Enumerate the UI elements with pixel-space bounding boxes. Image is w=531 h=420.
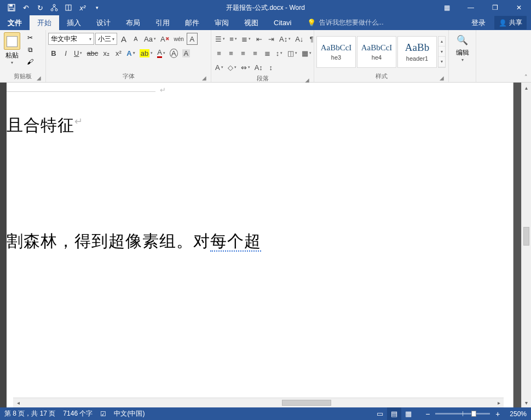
decrease-indent-button[interactable]: ⇤ (253, 33, 264, 45)
align-justify-button[interactable]: ≡ (250, 47, 261, 59)
font-name-combo[interactable]: 华文中宋▾ (48, 33, 94, 45)
align-distributed-button[interactable]: ≣ (262, 47, 273, 59)
grow-font-button[interactable]: A (118, 33, 129, 45)
redo-button[interactable]: ↻ (33, 0, 47, 15)
minimize-button[interactable]: — (459, 0, 483, 15)
phonetic-guide-button[interactable]: wén (172, 33, 186, 45)
text-direction-button[interactable]: A↕▾ (278, 33, 292, 45)
numbering-button[interactable]: ≡▾ (228, 33, 239, 45)
phonetic-button[interactable]: ↕ (266, 61, 276, 73)
vscroll-up-icon[interactable]: ▴ (522, 83, 531, 92)
hscroll-thumb[interactable] (282, 400, 331, 406)
styles-gallery-scroll[interactable]: ▴ ▾ ▾ (438, 36, 446, 68)
styles-scroll-down-icon[interactable]: ▾ (438, 46, 445, 57)
style-header1[interactable]: AaBb header1 (397, 36, 437, 68)
multilevel-list-button[interactable]: ≣▾ (240, 33, 252, 45)
format-painter-button[interactable]: 🖌 (25, 57, 35, 66)
save-button[interactable] (4, 0, 19, 15)
change-case-button[interactable]: Aa▾ (142, 33, 158, 45)
zoom-track[interactable] (435, 413, 490, 415)
tab-layout[interactable]: 布局 (118, 15, 148, 30)
document-page[interactable]: ↵ 且合特征↵ 割森林，得到超像素组。对每个超 ◂ ▸ (7, 83, 513, 407)
borders-button[interactable]: ▦▾ (300, 47, 313, 59)
sort-button[interactable]: A↓ (293, 33, 305, 45)
character-shading-button[interactable]: A (181, 47, 192, 59)
shrink-font-button[interactable]: A (130, 33, 141, 45)
align-center-button[interactable]: ≡ (226, 47, 236, 59)
hscroll-right-icon[interactable]: ▸ (494, 398, 504, 407)
subscript-button[interactable]: x₂ (101, 47, 112, 59)
shading-button[interactable]: ◫▾ (286, 47, 299, 59)
hscroll-track[interactable] (23, 398, 494, 407)
superscript-button[interactable]: x² (113, 47, 124, 59)
zoom-level[interactable]: 250% (510, 410, 527, 418)
close-button[interactable]: ✕ (507, 0, 531, 15)
restore-button[interactable]: ❐ (483, 0, 507, 15)
bold-button[interactable]: B (48, 47, 59, 59)
tab-citavi[interactable]: Citavi (266, 15, 299, 30)
font-size-combo[interactable]: 小三▾ (95, 33, 117, 45)
qat-hierarchy-button[interactable] (47, 0, 61, 15)
vscroll-down-icon[interactable]: ▾ (522, 398, 531, 407)
vscroll-track[interactable] (522, 92, 531, 398)
combine-chars-button[interactable]: ◇▾ (226, 61, 238, 73)
web-layout-button[interactable]: ▦ (401, 407, 415, 420)
ribbon-display-options-button[interactable]: ▦ (435, 0, 459, 15)
strikethrough-button[interactable]: abc (85, 47, 100, 59)
copy-button[interactable]: ⧉ (25, 45, 35, 54)
asian-layout-button[interactable]: A▾ (213, 61, 225, 73)
tab-references[interactable]: 引用 (148, 15, 177, 30)
enclosed-char-button[interactable]: A (168, 47, 180, 59)
cut-button[interactable]: ✂ (25, 33, 35, 42)
highlight-button[interactable]: ab▾ (138, 47, 154, 59)
bullets-button[interactable]: ☰▾ (213, 33, 227, 45)
clipboard-launcher[interactable]: ◢ (36, 74, 42, 81)
styles-expand-icon[interactable]: ▾ (438, 57, 445, 67)
align-right-button[interactable]: ≡ (238, 47, 249, 59)
horizontal-scrollbar[interactable]: ◂ ▸ (13, 398, 504, 407)
tab-design[interactable]: 设计 (89, 15, 118, 30)
read-mode-button[interactable]: ▭ (373, 407, 387, 420)
tab-home[interactable]: 开始 (30, 15, 59, 30)
line-spacing-button[interactable]: ↕▾ (274, 47, 285, 59)
collapse-ribbon-button[interactable]: ˄ (524, 74, 528, 81)
fit-text-button[interactable]: ⇔▾ (239, 61, 252, 73)
asian-spacing-button[interactable]: A↕ (253, 61, 264, 73)
font-color-button[interactable]: A▾ (155, 47, 167, 59)
qat-page-layout-button[interactable] (61, 0, 76, 15)
tab-view[interactable]: 视图 (236, 15, 266, 30)
tab-file[interactable]: 文件 (0, 15, 30, 30)
zoom-in-button[interactable]: + (493, 410, 502, 418)
proofing-status[interactable]: ☑ (100, 410, 106, 418)
styles-launcher[interactable]: ◢ (438, 74, 445, 81)
align-left-button[interactable]: ≡ (213, 47, 224, 59)
text-effects-button[interactable]: A▾ (125, 47, 136, 59)
underline-button[interactable]: U▾ (72, 47, 84, 59)
qat-customize-button[interactable]: ▾ (90, 0, 104, 15)
page-number-status[interactable]: 第 8 页，共 17 页 (4, 409, 55, 418)
vertical-scrollbar[interactable]: ▴ ▾ (521, 83, 531, 407)
style-he3[interactable]: AaBbCcI he3 (316, 36, 356, 68)
undo-button[interactable]: ↶ (19, 0, 33, 15)
zoom-thumb[interactable] (471, 411, 476, 417)
paste-button[interactable]: 粘贴 ▾ (2, 32, 22, 65)
qat-superscript-button[interactable]: x² (76, 0, 90, 15)
hscroll-left-icon[interactable]: ◂ (13, 398, 23, 407)
tab-insert[interactable]: 插入 (59, 15, 89, 30)
font-launcher[interactable]: ◢ (201, 74, 207, 81)
tab-review[interactable]: 审阅 (207, 15, 236, 30)
tell-me-search[interactable]: 💡 告诉我您想要做什么... (307, 15, 384, 30)
share-button[interactable]: 👤 共享 (494, 16, 527, 30)
sign-in-button[interactable]: 登录 (465, 18, 492, 28)
styles-scroll-up-icon[interactable]: ▴ (438, 37, 445, 47)
italic-button[interactable]: I (60, 47, 71, 59)
find-button[interactable]: 🔍 编辑 ▾ (452, 31, 473, 62)
language-status[interactable]: 中文(中国) (114, 409, 145, 418)
word-count-status[interactable]: 7146 个字 (63, 409, 93, 418)
vscroll-thumb[interactable] (523, 227, 529, 246)
print-layout-button[interactable]: ▤ (387, 407, 401, 420)
clear-formatting-button[interactable]: A✖ (159, 33, 171, 45)
zoom-out-button[interactable]: − (423, 410, 432, 418)
character-border-button[interactable]: A (187, 33, 198, 45)
tab-mailings[interactable]: 邮件 (177, 15, 207, 30)
